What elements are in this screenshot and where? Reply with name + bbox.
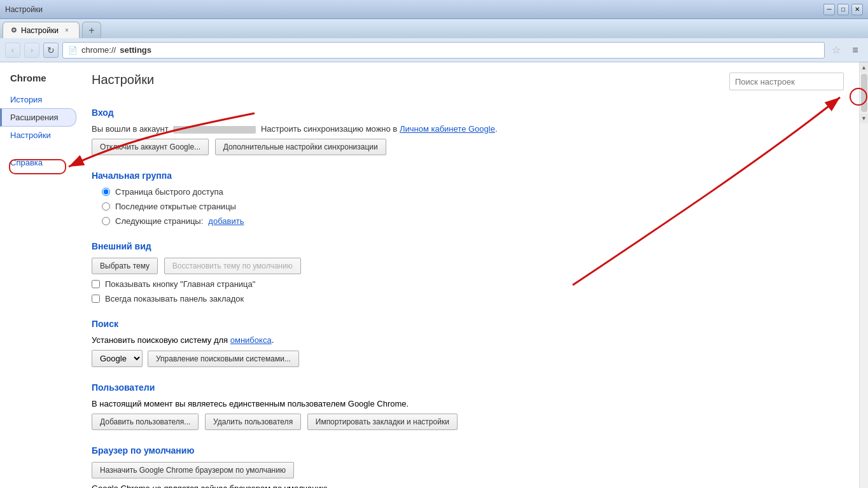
- address-path: settings: [120, 45, 151, 55]
- omnibox-link[interactable]: омнибокса: [230, 335, 272, 345]
- disconnect-google-button[interactable]: Отключить аккаунт Google...: [92, 139, 209, 155]
- appearance-content: Выбрать тему Восстановить тему по умолча…: [92, 258, 844, 303]
- page-title: Настройки: [92, 73, 154, 87]
- signin-section: Вход Вы вошли в аккаунт Настроить синхро…: [92, 108, 844, 155]
- scroll-thumb[interactable]: [861, 74, 867, 112]
- search-engine-row: Google Управление поисковыми системами..…: [92, 350, 844, 367]
- sidebar: Chrome История Расширения Настройки Спра…: [0, 62, 76, 488]
- window-controls: ─ □ ✕: [823, 4, 863, 15]
- startup-option-specific: Следующие страницы: добавить: [102, 216, 844, 226]
- tab-bar: ⚙ Настройки × +: [0, 19, 868, 38]
- scroll-down-button[interactable]: ▼: [860, 113, 869, 123]
- sidebar-item-extensions[interactable]: Расширения: [0, 108, 76, 127]
- account-email-blurred: [173, 126, 256, 134]
- startup-section: Начальная группа Страница быстрого досту…: [92, 171, 844, 226]
- navigation-bar: ‹ › ↻ 📄 chrome://settings ☆ ≡: [0, 38, 868, 62]
- theme-buttons: Выбрать тему Восстановить тему по умолча…: [92, 258, 844, 274]
- manage-search-engines-button[interactable]: Управление поисковыми системами...: [148, 351, 299, 367]
- search-engine-select[interactable]: Google: [92, 350, 143, 367]
- appearance-title: Внешний вид: [92, 241, 844, 251]
- sidebar-item-settings[interactable]: Настройки: [0, 127, 76, 144]
- appearance-section: Внешний вид Выбрать тему Восстановить те…: [92, 241, 844, 303]
- startup-option-lastopen: Последние открытые страницы: [102, 202, 844, 211]
- signin-text: Вы вошли в аккаунт Настроить синхронизац…: [92, 124, 844, 134]
- menu-icon: ≡: [852, 45, 858, 56]
- tab-close-button[interactable]: ×: [62, 26, 71, 35]
- default-browser-buttons: Назначить Google Chrome браузером по умо…: [92, 462, 844, 478]
- startup-radio-lastopen[interactable]: [102, 202, 110, 211]
- startup-label-newtab: Страница быстрого доступа: [115, 187, 223, 197]
- sync-settings-button[interactable]: Дополнительные настройки синхронизации: [215, 139, 386, 155]
- chrome-menu-button[interactable]: ≡: [848, 43, 863, 58]
- startup-option-newtab: Страница быстрого доступа: [102, 187, 844, 197]
- settings-content: Настройки Вход Вы вошли в аккаунт Настро…: [76, 62, 859, 488]
- signin-title: Вход: [92, 108, 844, 118]
- tab-label: Настройки: [21, 26, 59, 35]
- startup-label-specific: Следующие страницы:: [115, 216, 203, 226]
- search-title: Поиск: [92, 319, 844, 329]
- refresh-button[interactable]: ↻: [43, 43, 59, 58]
- ssl-icon: 📄: [68, 46, 78, 55]
- search-section: Поиск Установить поисковую систему для о…: [92, 319, 844, 367]
- bookmark-star-button[interactable]: ☆: [829, 43, 844, 58]
- show-bookmarks-bar-option: Всегда показывать панель закладок: [92, 294, 844, 303]
- search-content: Установить поисковую систему для омнибок…: [92, 335, 844, 367]
- show-home-button-label: Показывать кнопку "Главная страница": [105, 279, 255, 289]
- startup-options: Страница быстрого доступа Последние откр…: [102, 187, 844, 226]
- refresh-icon: ↻: [47, 45, 55, 55]
- users-buttons: Добавить пользователя... Удалить пользов…: [92, 414, 844, 430]
- sidebar-brand: Chrome: [0, 73, 76, 91]
- default-browser-section: Браузер по умолчанию Назначить Google Ch…: [92, 445, 844, 488]
- startup-title: Начальная группа: [92, 171, 844, 181]
- new-tab-button[interactable]: +: [82, 22, 101, 38]
- show-home-button-option: Показывать кнопку "Главная страница": [92, 279, 844, 289]
- default-browser-title: Браузер по умолчанию: [92, 445, 844, 456]
- startup-radio-newtab[interactable]: [102, 188, 110, 196]
- address-bar[interactable]: 📄 chrome://settings: [62, 42, 825, 59]
- show-bookmarks-bar-label: Всегда показывать панель закладок: [105, 294, 244, 303]
- restore-theme-button[interactable]: Восстановить тему по умолчанию: [164, 258, 301, 274]
- forward-button[interactable]: ›: [24, 43, 39, 58]
- minimize-button[interactable]: ─: [823, 4, 835, 15]
- sidebar-item-history[interactable]: История: [0, 91, 76, 108]
- personal-cabinet-link[interactable]: Личном кабинете Google: [400, 124, 495, 134]
- star-icon: ☆: [832, 44, 841, 56]
- signin-content: Вы вошли в аккаунт Настроить синхронизац…: [92, 124, 844, 155]
- add-user-button[interactable]: Добавить пользователя...: [92, 414, 199, 430]
- users-content: В настоящий момент вы являетесь единстве…: [92, 399, 844, 430]
- startup-add-link[interactable]: добавить: [208, 216, 244, 226]
- set-default-browser-button[interactable]: Назначить Google Chrome браузером по умо…: [92, 462, 294, 478]
- users-section: Пользователи В настоящий момент вы являе…: [92, 382, 844, 430]
- sidebar-section-help: Справка: [0, 154, 76, 171]
- default-browser-content: Назначить Google Chrome браузером по умо…: [92, 462, 844, 488]
- users-title: Пользователи: [92, 382, 844, 393]
- choose-theme-button[interactable]: Выбрать тему: [92, 258, 158, 274]
- maximize-button[interactable]: □: [837, 4, 849, 15]
- default-browser-desc: Google Chrome не является сейчас браузер…: [92, 484, 844, 488]
- address-prefix: chrome://: [81, 45, 116, 55]
- settings-search-input[interactable]: [729, 73, 844, 90]
- search-desc: Установить поисковую систему для омнибок…: [92, 335, 844, 345]
- import-bookmarks-button[interactable]: Импортировать закладки и настройки: [307, 414, 458, 430]
- active-tab[interactable]: ⚙ Настройки ×: [3, 22, 80, 38]
- scrollbar[interactable]: ▲ ▼: [859, 62, 868, 488]
- signin-buttons: Отключить аккаунт Google... Дополнительн…: [92, 139, 844, 155]
- tab-favicon: ⚙: [11, 26, 17, 34]
- title-bar: Настройки ─ □ ✕: [0, 0, 868, 19]
- sidebar-item-help[interactable]: Справка: [0, 154, 76, 171]
- startup-radio-specific[interactable]: [102, 217, 110, 225]
- window-title: Настройки: [5, 5, 43, 14]
- back-button[interactable]: ‹: [5, 43, 20, 58]
- users-desc: В настоящий момент вы являетесь единстве…: [92, 399, 844, 408]
- back-icon: ‹: [11, 45, 14, 55]
- remove-user-button[interactable]: Удалить пользователя: [205, 414, 301, 430]
- show-home-button-checkbox[interactable]: [92, 280, 100, 288]
- show-bookmarks-bar-checkbox[interactable]: [92, 295, 100, 303]
- scroll-up-button[interactable]: ▲: [860, 62, 869, 73]
- close-button[interactable]: ✕: [851, 4, 863, 15]
- forward-icon: ›: [31, 45, 33, 55]
- startup-label-lastopen: Последние открытые страницы: [115, 202, 236, 211]
